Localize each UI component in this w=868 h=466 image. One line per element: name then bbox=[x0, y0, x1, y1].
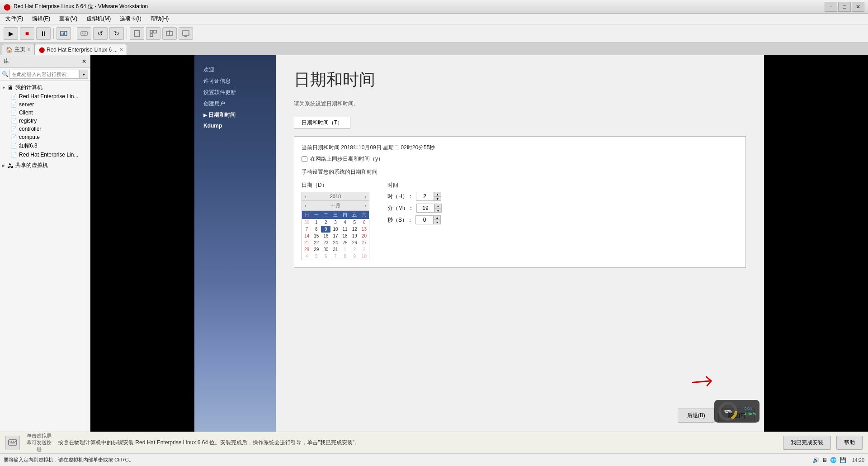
nav-item-software-update[interactable]: 设置软件更新 bbox=[194, 87, 276, 98]
sidebar-item-rhel2[interactable]: 📄 Red Hat Enterprise Lin... bbox=[0, 151, 90, 159]
minimize-button[interactable]: − bbox=[825, 2, 837, 12]
cal-day-1[interactable]: 1 bbox=[311, 219, 321, 226]
cal-day-14[interactable]: 14 bbox=[302, 233, 311, 239]
menu-tabs[interactable]: 选项卡(I) bbox=[116, 14, 145, 24]
sidebar-item-registry[interactable]: 📄 registry bbox=[0, 117, 90, 125]
hour-input[interactable] bbox=[416, 192, 434, 201]
revert-button[interactable]: ↺ bbox=[93, 27, 108, 40]
pause-button[interactable]: ⏸ bbox=[36, 27, 51, 40]
cal-day-8[interactable]: 8 bbox=[311, 226, 321, 233]
cal-day-4next[interactable]: 4 bbox=[302, 253, 311, 260]
hour-down-button[interactable]: ▼ bbox=[434, 196, 441, 201]
menu-edit[interactable]: 编辑(E) bbox=[28, 14, 54, 24]
nav-item-datetime[interactable]: 日期和时间 bbox=[194, 109, 276, 121]
sidebar-item-shared-vms[interactable]: ▶ 🖧 共享的虚拟机 bbox=[0, 161, 90, 170]
cal-day-7next[interactable]: 7 bbox=[330, 253, 340, 260]
cal-day-31[interactable]: 31 bbox=[330, 246, 340, 253]
cal-day-5[interactable]: 5 bbox=[350, 219, 359, 226]
search-dropdown-button[interactable]: ▾ bbox=[79, 70, 88, 79]
sidebar-item-client[interactable]: 📄 Client bbox=[0, 109, 90, 117]
tab-rhel-close[interactable]: ✕ bbox=[119, 47, 123, 52]
cal-day-2next[interactable]: 2 bbox=[350, 246, 359, 253]
second-up-button[interactable]: ▲ bbox=[434, 215, 441, 220]
sidebar-item-server[interactable]: 📄 server bbox=[0, 100, 90, 109]
sync-checkbox[interactable] bbox=[302, 156, 307, 162]
search-input[interactable] bbox=[9, 70, 79, 79]
nav-item-kdump[interactable]: Kdump bbox=[194, 121, 276, 131]
cal-day-22[interactable]: 22 bbox=[311, 239, 321, 246]
cal-day-9next[interactable]: 9 bbox=[350, 253, 359, 260]
cal-day-3[interactable]: 3 bbox=[330, 219, 340, 226]
snapshot-button[interactable] bbox=[57, 27, 71, 40]
cal-day-5next[interactable]: 5 bbox=[311, 253, 321, 260]
vm-area[interactable]: 欢迎 许可证信息 设置软件更新 创建用户 日期和时间 Kdump bbox=[90, 55, 868, 432]
next-year-button[interactable]: › bbox=[365, 194, 366, 199]
cal-day-13[interactable]: 13 bbox=[359, 226, 369, 233]
cal-day-18[interactable]: 18 bbox=[340, 233, 350, 239]
unity-button[interactable] bbox=[146, 27, 160, 40]
sidebar-item-redhat63[interactable]: 📄 红帽6.3 bbox=[0, 141, 90, 151]
second-down-button[interactable]: ▼ bbox=[434, 220, 441, 224]
cal-day-2[interactable]: 2 bbox=[321, 219, 330, 226]
tab-datetime[interactable]: 日期和时间（T） bbox=[294, 117, 350, 128]
next-month-button[interactable]: › bbox=[365, 203, 366, 208]
cal-day-26[interactable]: 26 bbox=[350, 239, 359, 246]
finish-install-button[interactable]: 我已完成安装 bbox=[783, 436, 831, 450]
cal-day-28[interactable]: 28 bbox=[302, 246, 311, 253]
cal-day-3next[interactable]: 3 bbox=[359, 246, 369, 253]
tab-home-close[interactable]: ✕ bbox=[27, 47, 31, 52]
cal-day-30[interactable]: 30 bbox=[321, 246, 330, 253]
minute-input[interactable] bbox=[416, 204, 434, 213]
power-off-button[interactable]: ■ bbox=[20, 27, 34, 40]
cal-day-27[interactable]: 27 bbox=[359, 239, 369, 246]
cal-day-7[interactable]: 7 bbox=[302, 226, 311, 233]
cal-day-11[interactable]: 11 bbox=[340, 226, 350, 233]
cal-day-30prev[interactable]: 30 bbox=[302, 219, 311, 226]
hour-up-button[interactable]: ▲ bbox=[434, 192, 441, 196]
cal-day-20[interactable]: 20 bbox=[359, 233, 369, 239]
cal-day-4[interactable]: 4 bbox=[340, 219, 350, 226]
nav-item-create-user[interactable]: 创建用户 bbox=[194, 98, 276, 109]
cal-day-8next[interactable]: 8 bbox=[340, 253, 350, 260]
cal-day-6next[interactable]: 6 bbox=[321, 253, 330, 260]
sidebar-item-my-computer[interactable]: ▼ 🖥 我的计算机 bbox=[0, 83, 90, 92]
help-button[interactable]: 帮助 bbox=[836, 436, 863, 450]
menu-view[interactable]: 查看(V) bbox=[56, 14, 81, 24]
menu-file[interactable]: 文件(F) bbox=[2, 14, 27, 24]
power-on-button[interactable]: ▶ bbox=[4, 27, 18, 40]
cal-day-19[interactable]: 19 bbox=[350, 233, 359, 239]
maximize-button[interactable]: □ bbox=[838, 2, 851, 12]
revert2-button[interactable]: ↻ bbox=[109, 27, 124, 40]
second-input[interactable] bbox=[415, 215, 434, 224]
minute-up-button[interactable]: ▲ bbox=[434, 204, 442, 208]
prev-year-button[interactable]: ‹ bbox=[305, 194, 306, 199]
cal-day-15[interactable]: 15 bbox=[311, 233, 321, 239]
tab-rhel[interactable]: ⬤ Red Hat Enterprise Linux 6 ... ✕ bbox=[35, 44, 127, 55]
menu-help[interactable]: 帮助(H) bbox=[147, 14, 173, 24]
cal-day-21[interactable]: 21 bbox=[302, 239, 311, 246]
sidebar-item-compute[interactable]: 📄 compute bbox=[0, 133, 90, 141]
sidebar-item-rhel[interactable]: 📄 Red Hat Enterprise Lin... bbox=[0, 92, 90, 100]
minute-down-button[interactable]: ▼ bbox=[434, 208, 442, 213]
nav-item-license[interactable]: 许可证信息 bbox=[194, 76, 276, 87]
close-button[interactable]: ✕ bbox=[852, 2, 864, 12]
share-button[interactable] bbox=[162, 27, 177, 40]
fullscreen-button[interactable] bbox=[130, 27, 144, 40]
cal-day-16[interactable]: 16 bbox=[321, 233, 330, 239]
prev-month-button[interactable]: ‹ bbox=[305, 203, 306, 208]
cal-day-9[interactable]: 9 bbox=[321, 226, 330, 233]
cal-day-17[interactable]: 17 bbox=[330, 233, 340, 239]
sidebar-close-icon[interactable]: ✕ bbox=[82, 58, 86, 65]
cal-day-23[interactable]: 23 bbox=[321, 239, 330, 246]
cal-day-6[interactable]: 6 bbox=[359, 219, 369, 226]
menu-vm[interactable]: 虚拟机(M) bbox=[83, 14, 114, 24]
display-button[interactable] bbox=[179, 27, 193, 40]
cal-day-25[interactable]: 25 bbox=[340, 239, 350, 246]
cal-day-29[interactable]: 29 bbox=[311, 246, 321, 253]
back-button[interactable]: 后退(B) bbox=[678, 409, 715, 423]
cal-day-24[interactable]: 24 bbox=[330, 239, 340, 246]
nav-item-welcome[interactable]: 欢迎 bbox=[194, 64, 276, 76]
cal-day-10next[interactable]: 10 bbox=[359, 253, 369, 260]
tab-home[interactable]: 🏠 主页 ✕ bbox=[2, 44, 35, 55]
cal-day-1next[interactable]: 1 bbox=[340, 246, 350, 253]
